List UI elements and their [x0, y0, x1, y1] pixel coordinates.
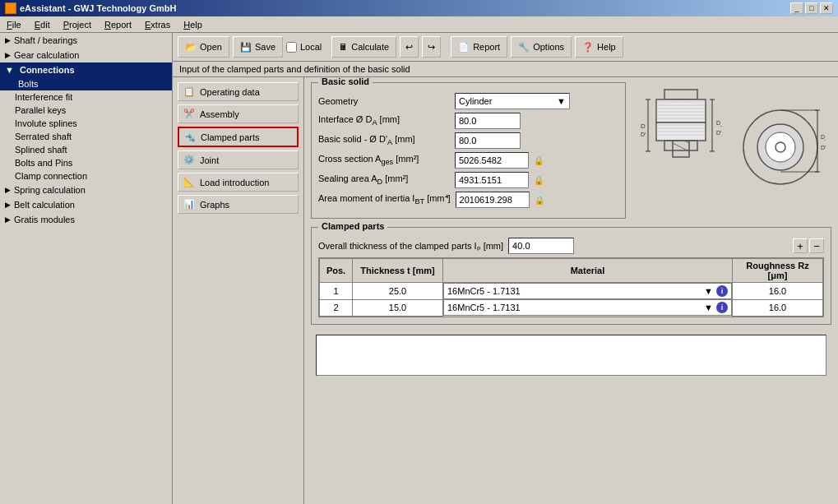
menu-project[interactable]: Project: [60, 19, 95, 30]
save-icon: 💾: [240, 42, 252, 53]
basic-solid-group: Basic solid Geometry Cylinder ▼ Interfac…: [311, 82, 626, 219]
thickness-value-input[interactable]: [508, 238, 574, 254]
main-content: 📋 Operating data ✂️ Assembly 🔩 Clamped p…: [173, 77, 838, 504]
material-dropdown-1[interactable]: ▼: [704, 286, 713, 296]
open-button[interactable]: 📂 Open: [178, 36, 229, 58]
save-button[interactable]: 💾 Save: [233, 36, 283, 58]
basic-solid-title: Basic solid: [318, 77, 373, 86]
bolt-diagram-left: D D' D_A D'_A: [640, 86, 722, 217]
sidebar-label-spring: Spring calculation: [14, 185, 86, 195]
sidebar-item-clamp-connection[interactable]: Clamp connection: [0, 169, 172, 183]
menu-help[interactable]: Help: [180, 19, 206, 30]
operating-data-label: Operating data: [200, 87, 260, 97]
svg-text:D'_A: D'_A: [821, 145, 826, 151]
clamped-parts-button[interactable]: 🔩 Clamped parts: [178, 127, 299, 147]
calculate-button[interactable]: 🖩 Calculate: [331, 36, 396, 58]
window-controls[interactable]: _ □ ✕: [790, 2, 833, 14]
sidebar-item-splined-shaft[interactable]: Splined shaft: [0, 143, 172, 156]
local-checkbox[interactable]: [286, 42, 297, 53]
cell-pos-2: 2: [320, 299, 353, 316]
load-introduction-button[interactable]: 📐 Load introduction: [178, 173, 299, 192]
sidebar-connections-header[interactable]: ▼ Connections: [0, 62, 172, 77]
cross-section-input[interactable]: [455, 152, 529, 169]
svg-rect-20: [664, 141, 697, 150]
sidebar-label-gratis: Gratis modules: [14, 215, 75, 224]
sealing-area-label: Sealing area AD [mm²]: [318, 173, 450, 186]
svg-rect-0: [664, 90, 697, 99]
cross-section-row: Cross section Ages [mm²] 🔒: [318, 152, 618, 169]
assembly-button[interactable]: ✂️ Assembly: [178, 104, 299, 123]
svg-text:D'_A: D'_A: [716, 130, 722, 136]
close-button[interactable]: ✕: [820, 2, 833, 14]
menu-edit[interactable]: Edit: [31, 19, 53, 30]
output-area: [316, 335, 826, 376]
lock-icon-area-moment[interactable]: 🔒: [535, 196, 544, 205]
basic-solid-da-label: Basic solid - Ø D'A [mm]: [318, 134, 450, 146]
sidebar-item-serrated-shaft[interactable]: Serrated shaft: [0, 130, 172, 143]
report-button[interactable]: 📄 Report: [451, 36, 507, 58]
collapse-arrow-shaft: ▶: [5, 36, 11, 44]
sidebar-item-bolts[interactable]: Bolts: [0, 77, 172, 90]
sidebar-item-gear-calculation[interactable]: ▶ Gear calculation: [0, 48, 172, 62]
options-label: Options: [533, 42, 564, 52]
material-info-2[interactable]: i: [716, 302, 728, 313]
operating-data-button[interactable]: 📋 Operating data: [178, 82, 299, 101]
joint-button[interactable]: ⚙️ Joint: [178, 150, 299, 169]
options-button[interactable]: 🔧 Options: [511, 36, 572, 58]
toolbar: 📂 Open 💾 Save Local 🖩 Calculate ↩ ↪ 📄 Re…: [173, 33, 838, 62]
cell-roughness-1: 16.0: [733, 283, 823, 300]
area-moment-input[interactable]: [456, 192, 530, 208]
menu-report[interactable]: Report: [101, 19, 135, 30]
material-info-1[interactable]: i: [716, 285, 728, 297]
open-icon: 📂: [185, 42, 197, 53]
sidebar-label-belt: Belt calculation: [14, 200, 75, 210]
sidebar-item-bolts-and-pins[interactable]: Bolts and Pins: [0, 156, 172, 169]
geometry-select[interactable]: Cylinder ▼: [455, 93, 570, 109]
lock-icon-cross-section[interactable]: 🔒: [534, 156, 544, 165]
sidebar-item-parallel-keys[interactable]: Parallel keys: [0, 104, 172, 117]
cell-thickness-1: 25.0: [353, 283, 443, 300]
clamped-parts-group: Clamped parts Overall thickness of the c…: [311, 227, 831, 325]
sidebar-item-interference-fit[interactable]: Interference fit: [0, 90, 172, 104]
sidebar-item-spring-calculation[interactable]: ▶ Spring calculation: [0, 183, 172, 197]
clamped-parts-title: Clamped parts: [318, 221, 387, 231]
interface-da-label: Interface Ø DA [mm]: [318, 114, 450, 127]
geometry-label: Geometry: [318, 96, 450, 106]
add-row-button[interactable]: +: [793, 238, 808, 253]
col-header-material: Material: [443, 259, 733, 283]
sidebar-label-shaft-bearings: Shaft / bearings: [14, 35, 77, 45]
assembly-label: Assembly: [200, 109, 239, 119]
interface-da-input[interactable]: [455, 113, 521, 129]
save-label: Save: [255, 42, 275, 52]
options-icon: 🔧: [518, 42, 530, 53]
lock-icon-sealing-area[interactable]: 🔒: [534, 176, 544, 185]
app-icon: [5, 2, 16, 14]
material-dropdown-2[interactable]: ▼: [704, 303, 713, 312]
geometry-value: Cylinder: [459, 96, 492, 106]
help-button[interactable]: ❓ Help: [575, 36, 623, 58]
remove-row-button[interactable]: −: [809, 238, 824, 253]
menu-extras[interactable]: Extras: [141, 19, 174, 30]
col-header-thickness: Thickness t [mm]: [353, 259, 443, 283]
redo-button[interactable]: ↪: [422, 36, 441, 58]
graphs-icon: 📊: [183, 199, 195, 210]
sidebar-label-gear-calculation: Gear calculation: [14, 50, 80, 60]
maximize-button[interactable]: □: [805, 2, 818, 14]
sidebar-item-shaft-bearings[interactable]: ▶ Shaft / bearings: [0, 33, 172, 48]
menu-file[interactable]: File: [3, 19, 25, 30]
minimize-button[interactable]: _: [790, 2, 803, 14]
calculate-label: Calculate: [351, 42, 389, 52]
svg-rect-8: [656, 99, 706, 123]
graphs-button[interactable]: 📊 Graphs: [178, 195, 299, 214]
sidebar-item-involute-splines[interactable]: Involute splines: [0, 117, 172, 130]
status-text: Input of the clamped parts and definitio…: [179, 64, 410, 74]
sealing-area-input[interactable]: [455, 172, 529, 188]
sidebar-item-gratis-modules[interactable]: ▶ Gratis modules: [0, 212, 172, 227]
clamped-parts-label: Clamped parts: [201, 132, 260, 142]
calculate-icon: 🖩: [339, 42, 348, 52]
undo-button[interactable]: ↩: [400, 36, 419, 58]
sidebar-item-belt-calculation[interactable]: ▶ Belt calculation: [0, 197, 172, 212]
add-remove-buttons: + −: [793, 238, 824, 253]
basic-solid-da-input[interactable]: [455, 132, 521, 149]
svg-point-33: [766, 132, 795, 162]
